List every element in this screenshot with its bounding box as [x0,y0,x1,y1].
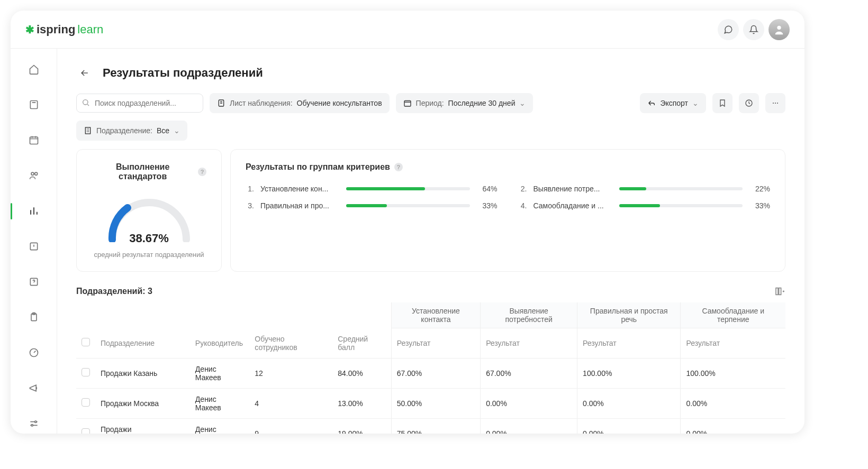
help-icon [29,277,39,287]
notifications-button[interactable] [743,19,764,40]
cell-unit: Продажи Казань [95,358,190,388]
row-checkbox[interactable] [82,428,90,434]
sidebar-item-home[interactable] [22,59,46,80]
cell-unit: Продажи Нижневартовкс [95,418,190,434]
group-header-3: Правильная и простая речь [577,302,681,328]
sidebar-item-calendar[interactable] [22,130,46,151]
table-row[interactable]: Продажи КазаньДенис Макеев1284.00%67.00%… [76,358,785,388]
cell-manager: Денис Макеев [190,388,249,418]
criteria-progress [619,187,743,190]
arrow-left-icon [79,68,90,78]
table-row[interactable]: Продажи МоскваДенис Макеев413.00%50.00%0… [76,388,785,418]
table-row[interactable]: Продажи НижневартовксДенис Макеев919.00%… [76,418,785,434]
export-button[interactable]: Экспорт ⌄ [640,93,706,113]
sidebar-item-users[interactable] [22,165,46,186]
sidebar-item-announce[interactable] [22,378,46,398]
group-header-4: Самообладание и терпение [681,302,785,328]
export-label: Экспорт [660,99,688,107]
sidebar-item-help[interactable] [22,271,46,292]
criteria-progress [619,204,743,207]
columns-icon [775,287,785,296]
col-result-4[interactable]: Результат [681,328,785,358]
criteria-number: 3. [246,201,254,210]
svg-point-17 [775,103,776,104]
more-button[interactable] [765,93,785,113]
cell-g1: 67.00% [391,358,480,388]
criteria-percent: 64% [476,185,498,193]
sidebar-item-gauge[interactable] [22,342,46,363]
svg-rect-1 [30,101,37,109]
columns-config-button[interactable] [775,287,785,296]
criteria-label: Выявление потре... [534,185,613,193]
cell-g4: 100.00% [681,358,785,388]
gauge-icon [29,347,39,358]
group-header-1: Установление контакта [391,302,480,328]
help-tooltip-icon[interactable]: ? [198,168,206,176]
filter-sheet-label: Лист наблюдения: [230,99,293,107]
logo[interactable]: ✱ ispring learn [25,23,103,36]
criteria-percent: 33% [476,201,498,210]
bookmark-button[interactable] [712,93,733,113]
chevron-down-icon: ⌄ [519,99,526,107]
toolbar: Лист наблюдения: Обучение консультантов … [76,93,785,113]
chat-icon [724,25,733,34]
col-unit[interactable]: Подразделение [95,328,190,358]
criteria-percent: 22% [749,185,770,193]
col-trained[interactable]: Обучено сотрудников [249,328,332,358]
book-icon [29,99,39,110]
criteria-label: Установление кон... [260,185,340,193]
col-result-2[interactable]: Результат [481,328,577,358]
svg-point-0 [777,25,781,29]
col-manager[interactable]: Руководитель [190,328,249,358]
cell-trained: 12 [249,358,332,388]
criteria-row: 2.Выявление потре...22% [519,185,771,193]
criteria-row: 3.Правильная и про...33% [246,201,498,210]
filter-period-label: Период: [416,99,444,107]
sidebar-item-courses[interactable] [22,95,46,115]
row-checkbox[interactable] [82,368,90,376]
svg-rect-14 [404,100,411,106]
table-count: Подразделений: 3 [76,287,152,296]
col-result-1[interactable]: Результат [391,328,480,358]
sidebar-item-archive[interactable] [22,236,46,257]
row-checkbox[interactable] [82,398,90,407]
help-tooltip-icon[interactable]: ? [394,163,403,171]
cell-g3: 0.00% [577,388,681,418]
sidebar [11,49,57,434]
filter-unit[interactable]: Подразделение: Все ⌄ [76,121,187,141]
cell-g2: 67.00% [481,358,577,388]
cell-trained: 4 [249,388,332,418]
cell-g4: 0.00% [681,418,785,434]
bell-icon [749,25,758,34]
avatar[interactable] [768,19,790,40]
back-button[interactable] [76,65,93,81]
users-icon [29,170,39,181]
select-all-checkbox[interactable] [82,338,90,346]
user-icon [773,24,785,35]
search-input[interactable] [76,94,203,113]
sliders-icon [29,418,39,429]
filter-period[interactable]: Период: Последние 30 дней ⌄ [396,93,534,113]
criteria-number: 1. [246,185,254,193]
clipboard-icon [29,312,39,323]
svg-rect-21 [779,288,781,295]
sidebar-item-clipboard[interactable] [22,307,46,327]
filter-observation-sheet[interactable]: Лист наблюдения: Обучение консультантов [210,93,390,113]
more-icon [771,99,780,107]
criteria-percent: 33% [749,201,770,210]
calendar-icon [29,135,39,145]
svg-point-16 [773,103,774,104]
cell-manager: Денис Макеев [190,418,249,434]
history-button[interactable] [739,93,759,113]
col-avg[interactable]: Средний балл [332,328,391,358]
criteria-row: 1.Установление кон...64% [246,185,498,193]
sidebar-item-reports[interactable] [22,201,46,222]
chart-icon [29,206,39,216]
filter-period-value: Последние 30 дней [448,99,516,107]
search-icon [82,98,90,107]
sidebar-item-settings[interactable] [22,413,46,434]
cell-g3: 100.00% [577,358,681,388]
svg-point-3 [31,172,34,175]
chat-button[interactable] [718,19,739,40]
col-result-3[interactable]: Результат [577,328,681,358]
